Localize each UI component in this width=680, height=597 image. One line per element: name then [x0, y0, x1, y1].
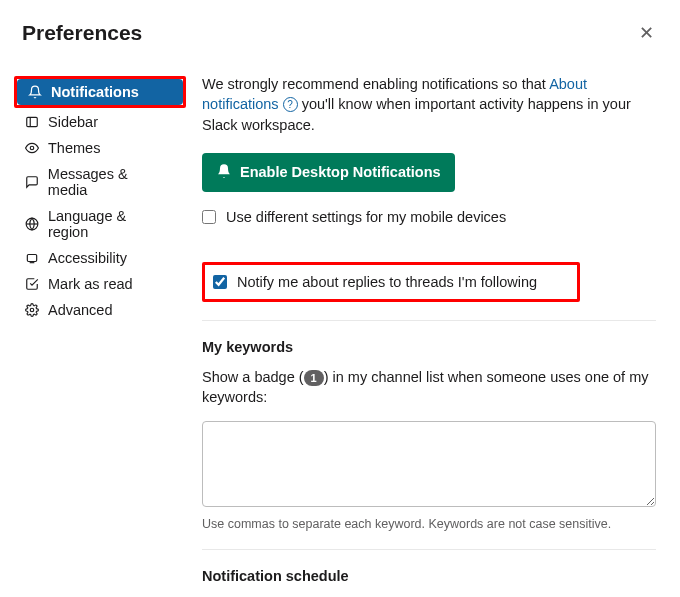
- sidebar-item-messages-media[interactable]: Messages & media: [14, 161, 180, 203]
- sidebar-item-mark-as-read[interactable]: Mark as read: [14, 271, 180, 297]
- sidebar-item-label: Notifications: [51, 84, 139, 100]
- badge-count: 1: [304, 370, 324, 386]
- sidebar-item-label: Mark as read: [48, 276, 133, 292]
- sidebar-item-language-region[interactable]: Language & region: [14, 203, 180, 245]
- keywords-input[interactable]: [202, 421, 656, 507]
- bell-icon: [27, 85, 43, 99]
- eye-icon: [24, 141, 40, 155]
- divider: [202, 549, 656, 550]
- option-mobile-settings[interactable]: Use different settings for my mobile dev…: [202, 206, 656, 228]
- panel-icon: [24, 115, 40, 129]
- close-icon[interactable]: ✕: [635, 18, 658, 48]
- section-keywords: My keywords Show a badge (1) in my chann…: [202, 339, 656, 532]
- sidebar-item-label: Accessibility: [48, 250, 127, 266]
- sidebar-item-label: Language & region: [48, 208, 170, 240]
- sidebar-item-sidebar[interactable]: Sidebar: [14, 109, 180, 135]
- option-label: Use different settings for my mobile dev…: [226, 209, 506, 225]
- section-title: My keywords: [202, 339, 656, 355]
- enable-desktop-notifications-button[interactable]: Enable Desktop Notifications: [202, 153, 455, 192]
- chat-icon: [24, 175, 40, 189]
- sidebar: Notifications Sidebar Themes Messages: [0, 58, 180, 597]
- globe-icon: [24, 217, 40, 231]
- keywords-description: Show a badge (1) in my channel list when…: [202, 367, 656, 408]
- sidebar-item-label: Advanced: [48, 302, 113, 318]
- preferences-modal: Preferences ✕ Notifications Sidebar: [0, 0, 680, 597]
- gear-icon: [24, 303, 40, 317]
- modal-title: Preferences: [22, 21, 142, 45]
- svg-point-2: [30, 146, 34, 150]
- highlight-box-threads: Notify me about replies to threads I'm f…: [202, 262, 580, 302]
- modal-header: Preferences ✕: [0, 0, 680, 58]
- option-thread-replies[interactable]: Notify me about replies to threads I'm f…: [213, 271, 537, 293]
- highlight-box-sidebar: Notifications: [14, 76, 186, 108]
- intro-text-a: We strongly recommend enabling notificat…: [202, 76, 549, 92]
- sidebar-item-label: Sidebar: [48, 114, 98, 130]
- checkbox-mobile[interactable]: [202, 210, 216, 224]
- sidebar-item-notifications[interactable]: Notifications: [17, 79, 183, 105]
- content-scroll[interactable]: We strongly recommend enabling notificat…: [180, 58, 680, 597]
- svg-point-7: [30, 308, 34, 312]
- sidebar-item-advanced[interactable]: Advanced: [14, 297, 180, 323]
- checkbox-threads[interactable]: [213, 275, 227, 289]
- divider: [202, 320, 656, 321]
- modal-body: Notifications Sidebar Themes Messages: [0, 58, 680, 597]
- sidebar-item-accessibility[interactable]: Accessibility: [14, 245, 180, 271]
- sidebar-item-label: Themes: [48, 140, 100, 156]
- button-label: Enable Desktop Notifications: [240, 164, 441, 180]
- option-label: Notify me about replies to threads I'm f…: [237, 274, 537, 290]
- sidebar-item-label: Messages & media: [48, 166, 170, 198]
- intro-text: We strongly recommend enabling notificat…: [202, 74, 656, 135]
- svg-rect-5: [27, 255, 36, 262]
- sidebar-item-themes[interactable]: Themes: [14, 135, 180, 161]
- bell-icon: [216, 163, 232, 182]
- keywords-hint: Use commas to separate each keyword. Key…: [202, 517, 656, 531]
- accessibility-icon: [24, 251, 40, 265]
- section-schedule: Notification schedule You'll only receiv…: [202, 568, 656, 597]
- svg-rect-0: [27, 117, 38, 126]
- section-title: Notification schedule: [202, 568, 656, 584]
- check-icon: [24, 277, 40, 291]
- kw-text-a: Show a badge (: [202, 369, 304, 385]
- help-icon[interactable]: ?: [283, 97, 298, 112]
